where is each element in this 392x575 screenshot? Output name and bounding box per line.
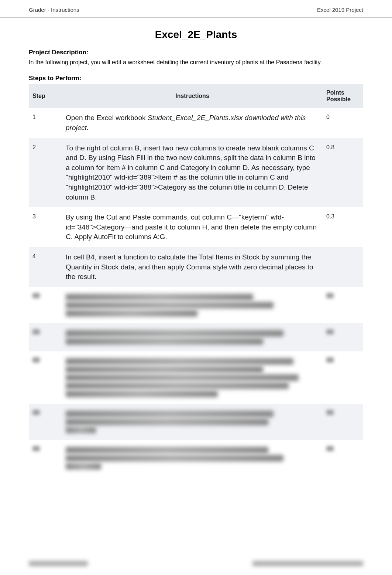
header-left: Grader - Instructions bbox=[29, 7, 79, 13]
project-description-heading: Project Description: bbox=[29, 49, 363, 56]
instr-plain: To the right of column B, insert two new… bbox=[66, 144, 316, 201]
blurred-content bbox=[66, 427, 96, 433]
instr-plain: By using the Cut and Paste commands, cut… bbox=[66, 213, 317, 241]
blurred-content bbox=[326, 293, 334, 298]
table-row-blurred bbox=[29, 323, 363, 351]
table-header-row: Step Instructions Points Possible bbox=[29, 84, 363, 108]
step-number: 1 bbox=[29, 108, 62, 138]
step-points bbox=[323, 247, 363, 287]
step-instructions: Open the Excel workbook Student_Excel_2E… bbox=[62, 108, 323, 138]
instr-plain: In cell B4, insert a function to calcula… bbox=[66, 253, 313, 280]
table-row-blurred bbox=[29, 287, 363, 323]
blurred-content bbox=[32, 410, 40, 415]
steps-heading: Steps to Perform: bbox=[29, 75, 363, 82]
blurred-content bbox=[32, 293, 40, 298]
col-header-step: Step bbox=[29, 84, 62, 108]
step-instructions: To the right of column B, insert two new… bbox=[62, 138, 323, 208]
blurred-content bbox=[66, 382, 289, 389]
table-row: 1 Open the Excel workbook Student_Excel_… bbox=[29, 108, 363, 138]
blurred-content bbox=[252, 561, 363, 566]
table-row: 4 In cell B4, insert a function to calcu… bbox=[29, 247, 363, 287]
blurred-content bbox=[66, 411, 274, 417]
header-bar: Grader - Instructions Excel 2019 Project bbox=[0, 0, 392, 18]
blurred-content bbox=[66, 455, 283, 462]
blurred-content bbox=[66, 330, 283, 337]
step-instructions: In cell B4, insert a function to calcula… bbox=[62, 247, 323, 287]
blurred-content bbox=[66, 419, 268, 425]
col-header-points: Points Possible bbox=[323, 84, 363, 108]
step-instructions: By using the Cut and Paste commands, cut… bbox=[62, 207, 323, 247]
blurred-content bbox=[66, 366, 263, 373]
blurred-content bbox=[66, 338, 263, 345]
table-row-blurred bbox=[29, 404, 363, 440]
table-row: 2 To the right of column B, insert two n… bbox=[29, 138, 363, 208]
step-number: 4 bbox=[29, 247, 62, 287]
table-row: 3 By using the Cut and Paste commands, c… bbox=[29, 207, 363, 247]
blurred-content bbox=[29, 561, 88, 566]
blurred-content bbox=[66, 302, 274, 309]
blurred-content bbox=[326, 446, 334, 451]
blurred-content bbox=[66, 310, 197, 317]
blurred-content bbox=[32, 446, 40, 451]
blurred-content bbox=[326, 357, 334, 363]
page-title: Excel_2E_Plants bbox=[0, 18, 392, 49]
blurred-content bbox=[66, 358, 293, 365]
step-points: 0.3 bbox=[323, 207, 363, 247]
step-points: 0 bbox=[323, 108, 363, 138]
blurred-content bbox=[66, 447, 268, 453]
header-right: Excel 2019 Project bbox=[317, 7, 363, 13]
project-description-text: In the following project, you will edit … bbox=[29, 58, 363, 67]
footer-blurred bbox=[29, 561, 363, 566]
step-number: 3 bbox=[29, 207, 62, 247]
blurred-content bbox=[66, 374, 299, 381]
col-header-instructions: Instructions bbox=[62, 84, 323, 108]
step-number: 2 bbox=[29, 138, 62, 208]
steps-table: Step Instructions Points Possible 1 Open… bbox=[29, 84, 363, 476]
instr-plain: Open the Excel workbook bbox=[66, 114, 148, 122]
blurred-content bbox=[66, 294, 253, 300]
table-row-blurred bbox=[29, 440, 363, 476]
table-row-blurred bbox=[29, 351, 363, 404]
blurred-content bbox=[326, 410, 334, 415]
blurred-content bbox=[66, 463, 101, 470]
step-points: 0.8 bbox=[323, 138, 363, 208]
blurred-content bbox=[66, 391, 218, 397]
blurred-content bbox=[32, 357, 40, 363]
blurred-content bbox=[326, 329, 334, 334]
blurred-content bbox=[32, 329, 40, 334]
